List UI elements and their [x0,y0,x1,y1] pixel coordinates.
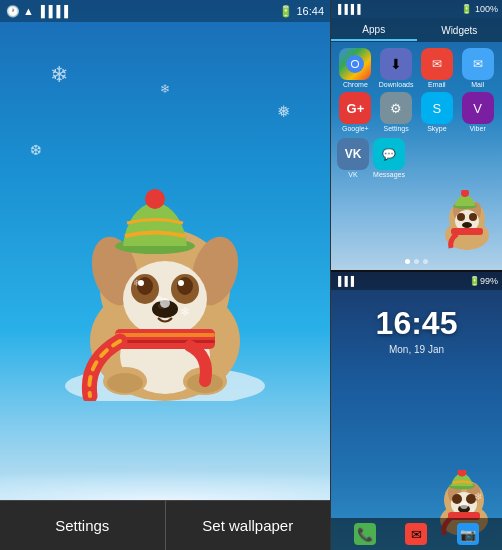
lock-battery-text: 🔋99% [469,276,498,286]
camera-bottom-icon[interactable]: 📷 [457,523,479,545]
svg-point-37 [469,213,477,221]
dot-3 [423,259,428,264]
snowflake-1: ❄ [50,62,68,88]
downloads-icon[interactable]: ⬇ [380,48,412,80]
battery-icon: 🔋 [279,5,293,18]
svg-text:❄: ❄ [133,278,141,288]
main-status-bar: 🕐 ▲ ▐▐▐▐ 🔋 16:44 [0,0,330,22]
mail-icon[interactable]: ✉ [462,48,494,80]
app-label-skype: Skype [427,125,446,132]
gplus-icon[interactable]: G+ [339,92,371,124]
alarm-icon: 🕐 [6,5,20,18]
app-label-messenger: Messages [373,171,405,178]
email-icon[interactable]: ✉ [421,48,453,80]
list-item: ⬇ Downloads [378,48,415,88]
lock-signal-icon: ▐▐▐ [335,276,354,286]
set-wallpaper-button[interactable]: Set wallpaper [166,500,331,550]
tab-widgets[interactable]: Widgets [417,21,503,40]
list-item: ✉ Mail [459,48,496,88]
list-item: Chrome [337,48,374,88]
chrome-icon[interactable] [339,48,371,80]
svg-point-4 [107,373,143,393]
messenger-icon[interactable]: 💬 [373,138,405,170]
svg-point-14 [177,277,193,295]
signal-icon: ▐▐▐▐ [37,5,68,17]
svg-rect-24 [115,333,215,337]
svg-point-22 [145,189,165,209]
phone-icon[interactable]: 📞 [354,523,376,545]
viber-icon[interactable]: V [462,92,494,124]
status-left-icons: 🕐 ▲ ▐▐▐▐ [6,5,68,18]
app-label-viber: Viber [470,125,486,132]
app-label-settings2: Settings [383,125,408,132]
svg-point-47 [452,494,462,504]
home-status-bar: ▐▐▐▐ 🔋 100% [331,0,502,18]
bottom-buttons-bar: Settings Set wallpaper [0,500,330,550]
app-label-downloads: Downloads [379,81,414,88]
list-item: S Skype [419,92,456,132]
settings-button[interactable]: Settings [0,500,166,550]
svg-point-20 [156,296,162,302]
list-item: 💬 Messages [373,138,405,178]
svg-text:❄: ❄ [180,305,190,319]
list-item: G+ Google+ [337,92,374,132]
snowflake-2: ❅ [277,102,290,121]
svg-point-16 [178,280,184,286]
main-panel: 🕐 ▲ ▐▐▐▐ 🔋 16:44 ❄ ❅ ❆ ❄ [0,0,330,550]
home-battery-icon: 🔋 100% [461,4,498,14]
vk-icon[interactable]: VK [337,138,369,170]
svg-rect-25 [115,340,215,343]
lock-date: Mon, 19 Jan [331,344,502,355]
lock-time: 16:45 [331,305,502,342]
home-signal-icon: ▐▐▐▐ [335,4,361,14]
app-label-chrome: Chrome [343,81,368,88]
svg-point-38 [462,222,472,228]
lock-bottom-bar: 📞 ✉ 📷 [331,518,502,550]
app-label-email: Email [428,81,446,88]
wifi-icon: ▲ [23,5,34,17]
list-item: VK VK [337,138,369,178]
svg-text:❄: ❄ [474,491,482,502]
home-tabs: Apps Widgets [331,18,502,42]
home-dog-small [437,190,497,250]
svg-point-36 [457,213,465,221]
apps-grid: Chrome ⬇ Downloads ✉ Email ✉ Mail G+ Goo… [331,42,502,138]
settings2-icon[interactable]: ⚙ [380,92,412,124]
lock-status-bar: ▐▐▐ 🔋99% [331,272,502,290]
lock-screen-preview: ▐▐▐ 🔋99% 16:45 Mon, 19 Jan [331,270,502,550]
dog-scene: ❄ ❅ ❆ ❄ [0,22,330,500]
dot-1 [405,259,410,264]
dots-row [331,259,502,264]
snow-ground [0,450,330,500]
skype-icon[interactable]: S [421,92,453,124]
svg-point-50 [460,501,468,509]
dog-illustration: ❄ ❄ [55,141,275,401]
list-item: ⚙ Settings [378,92,415,132]
app-label-mail: Mail [471,81,484,88]
tab-apps[interactable]: Apps [331,20,417,41]
home-screen-preview: ▐▐▐▐ 🔋 100% Apps Widgets Chrome ⬇ Dow [331,0,502,270]
app-label-gplus: Google+ [342,125,369,132]
list-item: ✉ Email [419,48,456,88]
dot-2 [414,259,419,264]
status-right-icons: 🔋 16:44 [279,5,324,18]
list-item: V Viber [459,92,496,132]
main-time: 16:44 [296,5,324,17]
svg-point-30 [352,61,358,67]
email-bottom-icon[interactable]: ✉ [405,523,427,545]
vk-row: VK VK 💬 Messages [331,138,502,182]
snowflake-4: ❄ [160,82,170,96]
snowflake-3: ❆ [30,142,42,158]
app-label-vk: VK [348,171,357,178]
right-panel: ▐▐▐▐ 🔋 100% Apps Widgets Chrome ⬇ Dow [330,0,502,550]
